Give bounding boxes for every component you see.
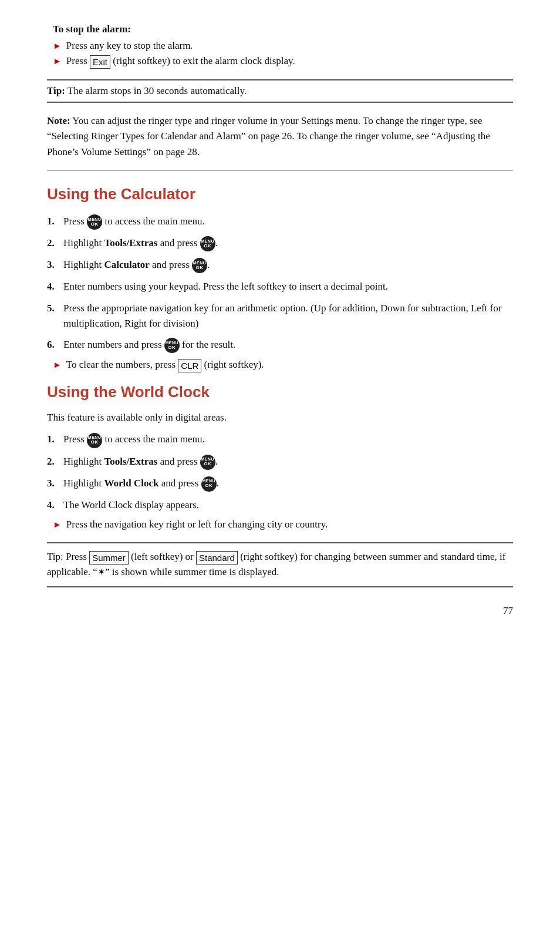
bullet-text-1: Press any key to stop the alarm. xyxy=(66,40,193,52)
clock-step-num-4: 4. xyxy=(47,498,63,513)
menu-button-5: MENUOK xyxy=(87,433,102,448)
calc-step-content-3: Highlight Calculator and press MENUOK. xyxy=(63,257,513,273)
arrow-icon-clock: ► xyxy=(53,520,62,530)
clr-key: CLR xyxy=(178,359,201,372)
stop-alarm-section: To stop the alarm: ► Press any key to st… xyxy=(47,23,513,69)
clock-bullet-text: Press the navigation key right or left f… xyxy=(66,519,328,530)
calculator-steps: 1. Press MENUOK to access the main menu.… xyxy=(47,214,513,353)
sun-icon: ✶ xyxy=(97,567,105,577)
menu-button-2: MENUOK xyxy=(200,236,215,251)
page-number: 77 xyxy=(47,605,513,617)
clock-step-content-3: Highlight World Clock and press MENUOK. xyxy=(63,476,513,492)
calc-step-content-5: Press the appropriate navigation key for… xyxy=(63,301,513,332)
calc-step-content-1: Press MENUOK to access the main menu. xyxy=(63,214,513,230)
calc-bullet-1: ► To clear the numbers, press CLR (right… xyxy=(53,359,513,372)
stop-alarm-label: To stop the alarm: xyxy=(53,23,513,35)
clock-step-content-4: The World Clock display appears. xyxy=(63,498,513,513)
arrow-icon-calc: ► xyxy=(53,360,62,370)
calc-step-6: 6. Enter numbers and press MENUOK for th… xyxy=(47,337,513,353)
clock-bullet-1: ► Press the navigation key right or left… xyxy=(53,519,513,530)
clock-bullets: ► Press the navigation key right or left… xyxy=(53,519,513,530)
note-label: Note: xyxy=(47,115,70,126)
calc-step-4: 4. Enter numbers using your keypad. Pres… xyxy=(47,279,513,294)
note-box: Note: You can adjust the ringer type and… xyxy=(47,113,513,171)
clock-step-content-1: Press MENUOK to access the main menu. xyxy=(63,432,513,448)
clock-step-num-1: 1. xyxy=(47,432,63,447)
calc-bullets: ► To clear the numbers, press CLR (right… xyxy=(53,359,513,372)
clock-step-4: 4. The World Clock display appears. xyxy=(47,498,513,513)
calc-step-2: 2. Highlight Tools/Extras and press MENU… xyxy=(47,236,513,251)
standard-key: Standard xyxy=(196,551,238,565)
calculator-bold: Calculator xyxy=(104,259,149,270)
tip-box-1: Tip: The alarm stops in 30 seconds autom… xyxy=(47,79,513,103)
tip-label-2: Tip: xyxy=(47,551,63,562)
calc-step-num-5: 5. xyxy=(47,301,63,316)
bullet-text-2: Press Exit (right softkey) to exit the a… xyxy=(66,55,295,69)
tip-text-1: The alarm stops in 30 seconds automatica… xyxy=(68,85,247,96)
calc-step-content-4: Enter numbers using your keypad. Press t… xyxy=(63,279,513,294)
clock-step-1: 1. Press MENUOK to access the main menu. xyxy=(47,432,513,448)
calculator-section: Using the Calculator 1. Press MENUOK to … xyxy=(47,185,513,372)
menu-button-6: MENUOK xyxy=(200,455,215,470)
clock-step-2: 2. Highlight Tools/Extras and press MENU… xyxy=(47,454,513,470)
bullet-item-2: ► Press Exit (right softkey) to exit the… xyxy=(53,55,513,69)
calc-step-5: 5. Press the appropriate navigation key … xyxy=(47,301,513,332)
menu-button-7: MENUOK xyxy=(201,476,217,492)
calc-step-num-3: 3. xyxy=(47,257,63,273)
calc-step-1: 1. Press MENUOK to access the main menu. xyxy=(47,214,513,230)
arrow-icon-2: ► xyxy=(53,56,62,66)
world-clock-bold: World Clock xyxy=(104,478,158,489)
menu-button-3: MENUOK xyxy=(192,258,207,273)
world-clock-intro: This feature is available only in digita… xyxy=(47,412,513,424)
tip2-text: Press Summer (left softkey) or Standard … xyxy=(47,551,505,577)
calc-step-num-6: 6. xyxy=(47,337,63,352)
clock-step-num-2: 2. xyxy=(47,454,63,469)
clock-step-3: 3. Highlight World Clock and press MENUO… xyxy=(47,476,513,492)
world-clock-heading: Using the World Clock xyxy=(47,383,513,401)
tools-extras-bold-1: Tools/Extras xyxy=(104,237,157,248)
calc-bullet-text: To clear the numbers, press CLR (right s… xyxy=(66,359,264,372)
summer-key: Summer xyxy=(89,551,129,565)
calc-step-num-4: 4. xyxy=(47,279,63,294)
menu-button-1: MENUOK xyxy=(87,214,102,230)
menu-button-4: MENUOK xyxy=(164,338,180,353)
bullet-item-1: ► Press any key to stop the alarm. xyxy=(53,40,513,52)
stop-alarm-bullets: ► Press any key to stop the alarm. ► Pre… xyxy=(53,40,513,69)
world-clock-section: Using the World Clock This feature is av… xyxy=(47,383,513,530)
tools-extras-bold-2: Tools/Extras xyxy=(104,456,157,467)
calc-step-num-1: 1. xyxy=(47,214,63,229)
calc-step-content-6: Enter numbers and press MENUOK for the r… xyxy=(63,337,513,353)
arrow-icon-1: ► xyxy=(53,41,62,51)
tip-label-1: Tip: xyxy=(47,85,65,96)
clock-step-content-2: Highlight Tools/Extras and press MENUOK. xyxy=(63,454,513,470)
calc-step-num-2: 2. xyxy=(47,236,63,251)
calc-step-content-2: Highlight Tools/Extras and press MENUOK. xyxy=(63,236,513,251)
calc-step-3: 3. Highlight Calculator and press MENUOK… xyxy=(47,257,513,273)
exit-key: Exit xyxy=(90,55,110,69)
clock-step-num-3: 3. xyxy=(47,476,63,491)
tip-box-2: Tip: Press Summer (left softkey) or Stan… xyxy=(47,542,513,587)
world-clock-steps: 1. Press MENUOK to access the main menu.… xyxy=(47,432,513,513)
note-text: You can adjust the ringer type and ringe… xyxy=(47,115,490,157)
calculator-heading: Using the Calculator xyxy=(47,185,513,203)
